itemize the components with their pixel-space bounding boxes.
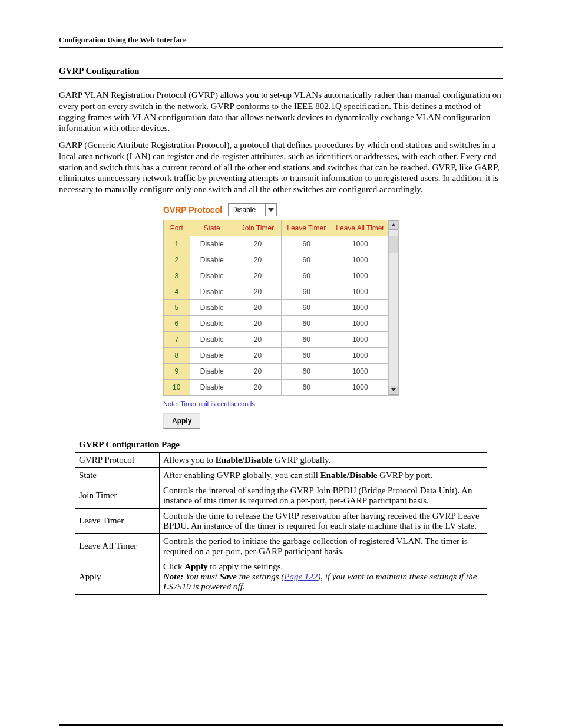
paragraph-1: GARP VLAN Registration Protocol (GVRP) a… [59, 90, 503, 134]
cell-leave-all-timer: 1000 [332, 252, 388, 268]
col-header-join-timer: Join Timer [234, 220, 282, 236]
table-row: 7Disable20601000 [164, 331, 389, 347]
cell-port: 1 [164, 236, 190, 252]
cell-port: 8 [164, 347, 190, 363]
cell-state: Disable [190, 299, 234, 315]
cell-leave-timer: 60 [281, 331, 332, 347]
desc-text-state: After enabling GVRP globally, you can st… [160, 467, 487, 483]
cell-state: Disable [190, 236, 234, 252]
gvrp-port-table: Port State Join Timer Leave Timer Leave … [163, 220, 389, 396]
desc-label-apply: Apply [75, 559, 160, 594]
section-title: GVRP Configuration [59, 66, 503, 79]
cell-state: Disable [190, 363, 234, 379]
description-table: GVRP Configuration Page GVRP Protocol Al… [75, 437, 487, 595]
table-row: 3Disable20601000 [164, 268, 389, 284]
desc-label-gvrp-protocol: GVRP Protocol [75, 452, 160, 467]
desc-label-state: State [75, 467, 160, 483]
cell-state: Disable [190, 252, 234, 268]
cell-leave-timer: 60 [281, 236, 332, 252]
cell-state: Disable [190, 331, 234, 347]
cell-leave-timer: 60 [281, 252, 332, 268]
chevron-down-icon[interactable] [265, 204, 276, 216]
cell-join-timer: 20 [234, 379, 282, 395]
desc-text-gvrp-protocol: Allows you to Enable/Disable GVRP global… [160, 452, 487, 467]
svg-marker-0 [268, 208, 274, 212]
cell-state: Disable [190, 315, 234, 331]
table-row: 6Disable20601000 [164, 315, 389, 331]
scrollbar[interactable] [389, 220, 399, 396]
col-header-leave-all-timer: Leave All Timer [332, 220, 388, 236]
svg-marker-2 [391, 388, 396, 391]
cell-state: Disable [190, 347, 234, 363]
gvrp-protocol-select-value: Disable [229, 206, 265, 214]
scroll-track[interactable] [389, 230, 398, 386]
cell-port: 5 [164, 299, 190, 315]
cell-leave-all-timer: 1000 [332, 347, 388, 363]
cell-leave-timer: 60 [281, 347, 332, 363]
desc-label-leave-all-timer: Leave All Timer [75, 533, 160, 559]
col-header-state: State [190, 220, 234, 236]
cell-state: Disable [190, 268, 234, 284]
cell-port: 3 [164, 268, 190, 284]
cell-join-timer: 20 [234, 363, 282, 379]
cell-leave-timer: 60 [281, 363, 332, 379]
desc-text-join-timer: Controls the interval of sending the GVR… [160, 483, 487, 508]
cell-leave-timer: 60 [281, 315, 332, 331]
desc-text-leave-timer: Controls the time to release the GVRP re… [160, 508, 487, 533]
table-row: 4Disable20601000 [164, 284, 389, 299]
cell-port: 6 [164, 315, 190, 331]
cell-state: Disable [190, 379, 234, 395]
cell-leave-all-timer: 1000 [332, 268, 388, 284]
cell-leave-all-timer: 1000 [332, 284, 388, 299]
desc-label-join-timer: Join Timer [75, 483, 160, 508]
cell-join-timer: 20 [234, 331, 282, 347]
cell-join-timer: 20 [234, 347, 282, 363]
apply-button[interactable]: Apply [163, 413, 200, 429]
scroll-up-icon[interactable] [389, 220, 398, 230]
cell-port: 4 [164, 284, 190, 299]
paragraph-2: GARP (Generic Attribute Registration Pro… [59, 140, 503, 195]
cell-join-timer: 20 [234, 315, 282, 331]
col-header-port: Port [164, 220, 190, 236]
desc-text-leave-all-timer: Controls the period to initiate the garb… [160, 533, 487, 559]
cell-port: 9 [164, 363, 190, 379]
cell-port: 7 [164, 331, 190, 347]
scroll-down-icon[interactable] [389, 386, 398, 395]
gvrp-protocol-select[interactable]: Disable [228, 203, 277, 216]
page-header: Configuration Using the Web Interface [59, 35, 503, 48]
table-row: 8Disable20601000 [164, 347, 389, 363]
table-row: 2Disable20601000 [164, 252, 389, 268]
cell-join-timer: 20 [234, 252, 282, 268]
cell-join-timer: 20 [234, 299, 282, 315]
desc-title: GVRP Configuration Page [75, 437, 487, 452]
timer-unit-note: Note: Timer unit is centiseconds. [163, 400, 399, 407]
gvrp-protocol-label: GVRP Protocol [163, 205, 222, 215]
cell-leave-all-timer: 1000 [332, 363, 388, 379]
col-header-leave-timer: Leave Timer [281, 220, 332, 236]
table-row: 10Disable20601000 [164, 379, 389, 395]
scroll-thumb[interactable] [389, 236, 398, 253]
cell-leave-timer: 60 [281, 284, 332, 299]
table-row: 1Disable20601000 [164, 236, 389, 252]
cell-port: 10 [164, 379, 190, 395]
table-row: 5Disable20601000 [164, 299, 389, 315]
cell-port: 2 [164, 252, 190, 268]
cell-leave-all-timer: 1000 [332, 331, 388, 347]
svg-marker-1 [391, 223, 396, 226]
cell-leave-all-timer: 1000 [332, 379, 388, 395]
cell-leave-all-timer: 1000 [332, 315, 388, 331]
cell-join-timer: 20 [234, 236, 282, 252]
gvrp-ui-panel: GVRP Protocol Disable Port State Join Ti… [163, 203, 399, 429]
cell-leave-all-timer: 1000 [332, 236, 388, 252]
desc-label-leave-timer: Leave Timer [75, 508, 160, 533]
table-row: 9Disable20601000 [164, 363, 389, 379]
cell-leave-timer: 60 [281, 268, 332, 284]
cell-leave-timer: 60 [281, 379, 332, 395]
cell-join-timer: 20 [234, 268, 282, 284]
desc-text-apply: Click Apply to apply the settings. Note:… [160, 559, 487, 594]
cell-state: Disable [190, 284, 234, 299]
page-122-link[interactable]: Page 122 [284, 572, 318, 581]
page-footer: 88 - GVRP Configuration RocketLinx ES751… [59, 724, 503, 728]
cell-leave-all-timer: 1000 [332, 299, 388, 315]
cell-leave-timer: 60 [281, 299, 332, 315]
